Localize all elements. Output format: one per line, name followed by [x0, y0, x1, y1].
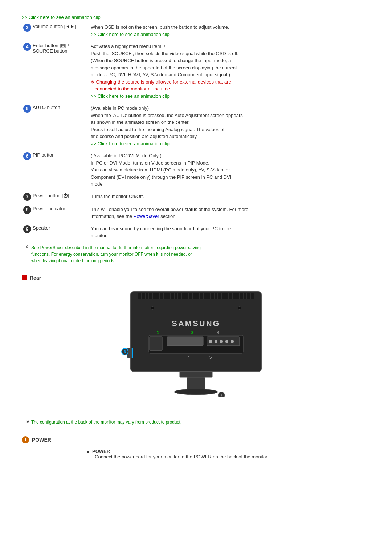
item-row-5: 5 AUTO button (Available in PC mode only…	[22, 105, 370, 147]
rear-section: Rear	[22, 275, 370, 425]
circle-icon-8: 8	[23, 206, 31, 214]
monitor-diagram: SAMSUNG 1 2 3 4	[120, 288, 272, 412]
circle-icon-6: 6	[23, 152, 31, 160]
svg-point-47	[231, 340, 234, 343]
item-desc-4-link[interactable]: >> Click here to see an animation clip	[91, 93, 170, 99]
top-link-text[interactable]: >> Click here to see an animation clip	[22, 15, 101, 20]
item-desc-7: Turns the monitor On/Off.	[91, 193, 370, 200]
power-section: 1 POWER POWER : Connect the power cord f…	[22, 436, 370, 459]
power-bullet-desc: : Connect the power cord for your monito…	[92, 454, 269, 459]
item-row-3: 3 Volume button [◄►] When OSD is not on …	[22, 24, 370, 38]
item-number-6: 6	[22, 152, 33, 160]
item-desc-8-text2: section.	[159, 214, 177, 219]
svg-text:SAMSUNG: SAMSUNG	[172, 319, 220, 328]
svg-point-33	[151, 307, 154, 309]
svg-point-46	[225, 340, 228, 343]
item-desc-5: (Available in PC mode only) When the 'AU…	[91, 105, 370, 147]
rear-title: Rear	[22, 275, 370, 281]
svg-point-45	[220, 340, 223, 343]
top-animation-link[interactable]: >> Click here to see an animation clip	[22, 15, 370, 20]
powersaver-link-8[interactable]: PowerSaver	[134, 214, 159, 219]
power-bullet-text: POWER : Connect the power cord for your …	[92, 449, 269, 459]
item-desc-3-link[interactable]: >> Click here to see an animation clip	[91, 32, 170, 37]
power-title-text: POWER	[32, 437, 51, 443]
item-desc-9: You can hear sound by connecting the sou…	[91, 225, 370, 239]
note-star: ※	[25, 244, 29, 250]
svg-text:5: 5	[209, 355, 212, 360]
item-label-4: Enter button [⊞] /SOURCE button	[33, 43, 91, 54]
item-desc-3-text: When OSD is not on the screen, push the …	[91, 24, 229, 30]
circle-icon-9: 9	[23, 225, 31, 233]
item-row-9: 9 Speaker You can hear sound by connecti…	[22, 225, 370, 239]
svg-rect-0	[131, 292, 261, 372]
config-note-star: ※	[25, 419, 29, 424]
svg-text:7: 7	[220, 393, 222, 397]
rear-icon	[22, 275, 27, 280]
svg-point-53	[174, 389, 218, 395]
svg-rect-51	[180, 372, 212, 377]
svg-point-34	[238, 307, 241, 309]
item-desc-5-link[interactable]: >> Click here to see an animation clip	[91, 141, 170, 146]
circle-icon-3: 3	[23, 24, 31, 32]
item-desc-8: This will enable you to see the overall …	[91, 206, 370, 220]
item-desc-6: ( Available in PC/DVI Mode Only ) In PC …	[91, 152, 370, 188]
item-number-9: 9	[22, 225, 33, 233]
item-desc-4: Activates a highlighted menu item. / Pus…	[91, 43, 370, 100]
power-circle-icon: 1	[22, 436, 29, 443]
svg-rect-40	[150, 337, 162, 351]
item-desc-3: When OSD is not on the screen, push the …	[91, 24, 370, 38]
item-row-8: 8 Power indicator This will enable you t…	[22, 206, 370, 220]
item-desc-6-text: ( Available in PC/DVI Mode Only ) In PC …	[91, 153, 231, 187]
item-number-8: 8	[22, 206, 33, 214]
item-label-3: Volume button [◄►]	[33, 24, 91, 29]
monitor-image-container: SAMSUNG 1 2 3 4	[22, 288, 370, 412]
svg-text:1: 1	[157, 330, 159, 335]
item-row-6: 6 PIP button ( Available in PC/DVI Mode …	[22, 152, 370, 188]
power-desc: POWER : Connect the power cord for your …	[87, 449, 370, 459]
item-desc-4-red: ※ Changing the source is only allowed fo…	[91, 79, 231, 92]
svg-text:4: 4	[188, 355, 190, 360]
item-label-7: Power button [⏻]	[33, 193, 91, 198]
svg-text:6: 6	[124, 350, 126, 354]
svg-text:3: 3	[217, 330, 219, 335]
monitor-svg: SAMSUNG 1 2 3 4	[120, 288, 272, 397]
item-label-6: PIP button	[33, 152, 91, 158]
power-bullet-label: POWER	[92, 449, 110, 454]
svg-text:2: 2	[191, 330, 194, 335]
note-section: ※ See PowerSaver described in the manual…	[25, 244, 370, 264]
bullet-dot	[87, 451, 89, 453]
circle-icon-7: 7	[23, 193, 31, 201]
item-label-5: AUTO button	[33, 105, 91, 110]
svg-point-44	[215, 340, 217, 343]
items-section: 3 Volume button [◄►] When OSD is not on …	[22, 24, 370, 239]
item-desc-9-text: You can hear sound by connecting the sou…	[91, 226, 231, 239]
item-number-4: 4	[22, 43, 33, 51]
config-note: ※ The configuration at the back of the m…	[25, 419, 370, 425]
item-row-4: 4 Enter button [⊞] /SOURCE button Activa…	[22, 43, 370, 100]
svg-rect-41	[167, 337, 203, 346]
config-note-text: The configuration at the back of the mon…	[31, 419, 181, 425]
power-bullet-item: POWER : Connect the power cord for your …	[87, 449, 370, 459]
item-number-5: 5	[22, 105, 33, 113]
item-desc-5-text: (Available in PC mode only) When the 'AU…	[91, 105, 243, 139]
item-label-9: Speaker	[33, 225, 91, 231]
svg-point-43	[209, 340, 212, 343]
item-number-7: 7	[22, 193, 33, 201]
circle-icon-5: 5	[23, 105, 31, 113]
power-title-row: 1 POWER	[22, 436, 370, 443]
item-desc-4-text1: Activates a highlighted menu item. / Pus…	[91, 44, 238, 77]
item-desc-7-text: Turns the monitor On/Off.	[91, 194, 144, 199]
note-text: See PowerSaver described in the manual f…	[31, 244, 201, 264]
item-number-3: 3	[22, 24, 33, 32]
item-row-7: 7 Power button [⏻] Turns the monitor On/…	[22, 193, 370, 201]
circle-icon-4: 4	[23, 43, 31, 51]
rear-label: Rear	[30, 275, 41, 281]
item-label-8: Power indicator	[33, 206, 91, 211]
